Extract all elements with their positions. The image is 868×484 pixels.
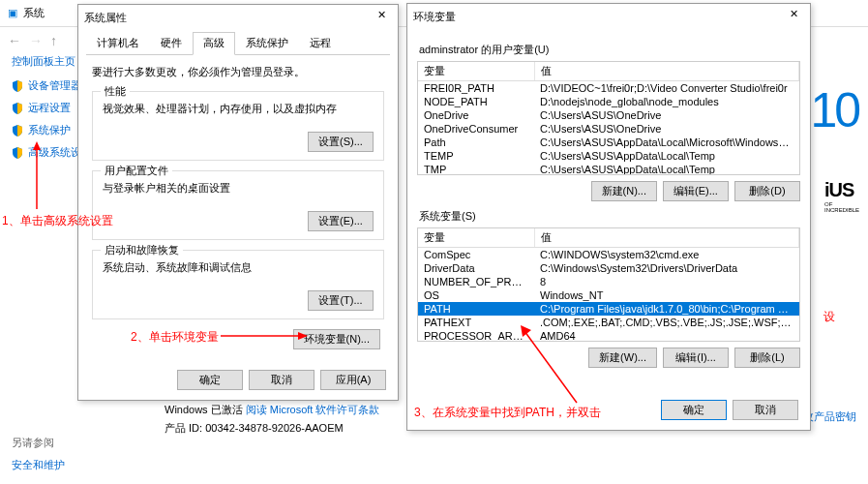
userprofile-settings-button[interactable]: 设置(E)... [308, 211, 374, 231]
performance-settings-button[interactable]: 设置(S)... [308, 132, 374, 152]
tab-3[interactable]: 系统保护 [235, 32, 299, 54]
user-new-button[interactable]: 新建(N)... [591, 181, 657, 201]
table-row[interactable]: PATHC:\Program Files\java\jdk1.7.0_80\bi… [418, 302, 799, 316]
env-title: 环境变量 [413, 10, 456, 24]
forward-icon[interactable]: → [29, 33, 43, 48]
sys-vars-table-wrap: 变量值 ComSpecC:\WINDOWS\system32\cmd.exeDr… [417, 227, 800, 342]
ok-button[interactable]: 确定 [177, 370, 243, 390]
col-value[interactable]: 值 [534, 228, 799, 248]
user-vars-label: adminstrator 的用户变量(U) [419, 43, 800, 57]
table-row[interactable]: OneDriveConsumerC:\Users\ASUS\OneDrive [418, 122, 799, 136]
env-footer: 确定 取消 [661, 400, 798, 420]
tab-2[interactable]: 高级 [193, 32, 235, 55]
close-icon[interactable]: ✕ [371, 9, 392, 26]
env-body: adminstrator 的用户变量(U) 变量值 FREI0R_PATHD:\… [407, 29, 810, 374]
windows-activation-info: Windows 已激活 阅读 Microsoft 软件许可条款 产品 ID: 0… [165, 403, 379, 436]
table-row[interactable]: TEMPC:\Users\ASUS\AppData\Local\Temp [418, 149, 799, 163]
tab-0[interactable]: 计算机名 [86, 32, 150, 54]
userprofile-desc: 与登录帐户相关的桌面设置 [103, 181, 374, 196]
user-vars-buttons: 新建(N)... 编辑(E)... 删除(D) [417, 181, 800, 201]
table-row[interactable]: OneDriveC:\Users\ASUS\OneDrive [418, 108, 799, 122]
sys-vars-table[interactable]: 变量值 ComSpecC:\WINDOWS\system32\cmd.exeDr… [418, 228, 799, 342]
see-also-section: 另请参阅 安全和维护 [12, 436, 65, 480]
env-cancel-button[interactable]: 取消 [733, 400, 798, 420]
apply-button[interactable]: 应用(A) [320, 370, 386, 390]
shield-icon [12, 80, 23, 92]
startup-settings-button[interactable]: 设置(T)... [308, 290, 374, 311]
performance-group: 性能 视觉效果、处理器计划，内存使用，以及虚拟内存 设置(S)... [92, 91, 384, 161]
col-variable[interactable]: 变量 [418, 62, 534, 81]
window-title: 系统 [23, 6, 45, 20]
annotation-1: 1、单击高级系统设置 [2, 213, 113, 229]
table-row[interactable]: TMPC:\Users\ASUS\AppData\Local\Temp [418, 163, 799, 175]
cancel-button[interactable]: 取消 [249, 370, 314, 390]
dialog-titlebar: 系统属性 ✕ [78, 5, 398, 30]
sys-new-button[interactable]: 新建(W)... [588, 348, 657, 368]
userprofile-group: 用户配置文件 与登录帐户相关的桌面设置 设置(E)... [92, 170, 384, 240]
dialog-body: 要进行大多数更改，你必须作为管理员登录。 性能 视觉效果、处理器计划，内存使用，… [78, 55, 398, 359]
close-icon[interactable]: ✕ [783, 8, 804, 25]
tabs: 计算机名硬件高级系统保护远程 [86, 32, 390, 55]
user-delete-button[interactable]: 删除(D) [734, 181, 800, 201]
performance-legend: 性能 [101, 84, 130, 99]
startup-desc: 系统启动、系统故障和调试信息 [103, 260, 374, 275]
up-icon[interactable]: ↑ [50, 33, 57, 48]
userprofile-legend: 用户配置文件 [101, 164, 172, 178]
user-vars-table[interactable]: 变量值 FREI0R_PATHD:\VIDEOC~1\frei0r;D:\Vid… [418, 62, 799, 175]
startup-legend: 启动和故障恢复 [101, 243, 183, 257]
table-row[interactable]: OSWindows_NT [418, 288, 799, 302]
security-maintenance-link[interactable]: 安全和维护 [12, 458, 65, 472]
table-row[interactable]: FREI0R_PATHD:\VIDEOC~1\frei0r;D:\Video C… [418, 81, 799, 96]
environment-variables-button[interactable]: 环境变量(N)... [293, 329, 380, 349]
dialog-title: 系统属性 [84, 11, 127, 25]
table-row[interactable]: PROCESSOR_ARCHITECT...AMD64 [418, 329, 799, 342]
settings-link-partial: 设 [823, 309, 835, 325]
annotation-2: 2、单击环境变量 [131, 329, 219, 346]
table-row[interactable]: PATHEXT.COM;.EXE;.BAT;.CMD;.VBS;.VBE;.JS… [418, 316, 799, 329]
col-variable[interactable]: 变量 [418, 228, 534, 248]
table-row[interactable]: PathC:\Users\ASUS\AppData\Local\Microsof… [418, 136, 799, 149]
env-ok-button[interactable]: 确定 [661, 400, 727, 420]
annotation-3: 3、在系统变量中找到PATH，并双击 [414, 405, 601, 421]
admin-note: 要进行大多数更改，你必须作为管理员登录。 [92, 65, 384, 79]
performance-desc: 视觉效果、处理器计划，内存使用，以及虚拟内存 [103, 102, 374, 116]
activation-line: Windows 已激活 阅读 Microsoft 软件许可条款 [165, 403, 379, 417]
shield-icon [12, 147, 23, 159]
table-row[interactable]: NODE_PATHD:\nodejs\node_global\node_modu… [418, 95, 799, 108]
tab-4[interactable]: 远程 [299, 32, 342, 54]
back-icon[interactable]: ← [8, 33, 21, 48]
environment-variables-dialog: 环境变量 ✕ adminstrator 的用户变量(U) 变量值 FREI0R_… [406, 3, 811, 431]
bottom-links: 改产品密钥 [803, 409, 856, 424]
user-vars-table-wrap: 变量值 FREI0R_PATHD:\VIDEOC~1\frei0r;D:\Vid… [417, 61, 800, 175]
change-product-key-link[interactable]: 改产品密钥 [803, 409, 856, 424]
tab-1[interactable]: 硬件 [150, 32, 193, 54]
table-row[interactable]: ComSpecC:\WINDOWS\system32\cmd.exe [418, 248, 799, 262]
col-value[interactable]: 值 [534, 62, 799, 81]
product-id: 产品 ID: 00342-34878-92026-AAOEM [165, 421, 379, 436]
env-titlebar: 环境变量 ✕ [407, 4, 810, 29]
system-icon: ▣ [8, 7, 17, 19]
sys-edit-button[interactable]: 编辑(I)... [663, 348, 729, 368]
shield-icon [12, 103, 23, 114]
see-also-title: 另请参阅 [12, 436, 65, 450]
user-edit-button[interactable]: 编辑(E)... [663, 181, 729, 201]
asus-logo: iUS OF INCREDIBLE [824, 179, 863, 213]
dialog-footer: 确定 取消 应用(A) [177, 370, 386, 390]
sys-delete-button[interactable]: 删除(L) [734, 348, 800, 368]
sys-vars-buttons: 新建(W)... 编辑(I)... 删除(L) [417, 348, 800, 368]
table-row[interactable]: DriverDataC:\Windows\System32\Drivers\Dr… [418, 261, 799, 275]
startup-group: 启动和故障恢复 系统启动、系统故障和调试信息 设置(T)... [92, 250, 384, 319]
shield-icon [12, 125, 23, 136]
sys-vars-label: 系统变量(S) [419, 209, 800, 224]
system-properties-dialog: 系统属性 ✕ 计算机名硬件高级系统保护远程 要进行大多数更改，你必须作为管理员登… [77, 4, 399, 401]
license-link[interactable]: 阅读 Microsoft 软件许可条款 [246, 404, 380, 415]
table-row[interactable]: NUMBER_OF_PROCESSORS8 [418, 275, 799, 288]
